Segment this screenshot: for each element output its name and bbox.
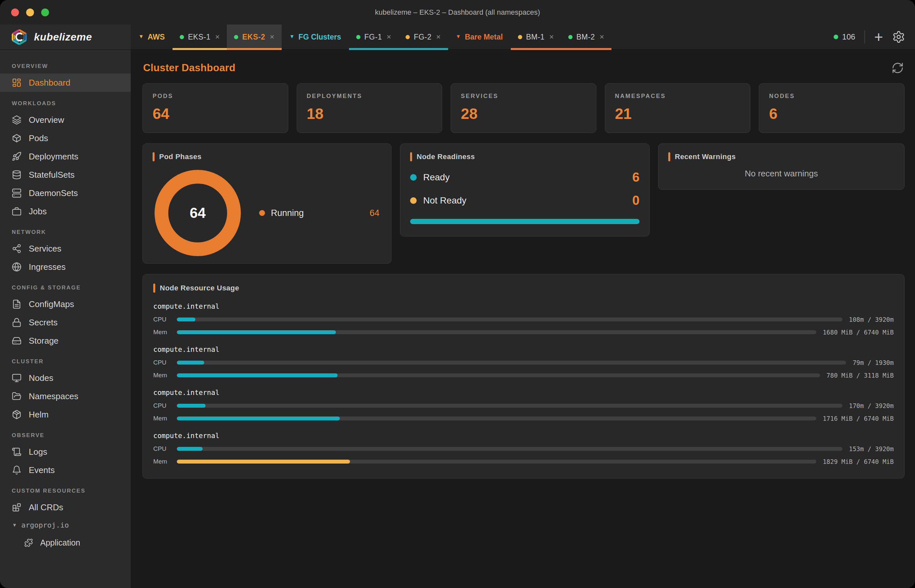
resource-label: CPU xyxy=(153,359,170,366)
sidebar-item-statefulsets[interactable]: StatefulSets xyxy=(0,166,131,184)
refresh-icon xyxy=(891,62,904,74)
cluster-status-dot xyxy=(180,35,184,39)
chevron-down-icon: ▼ xyxy=(289,34,295,40)
close-tab-icon[interactable]: × xyxy=(270,32,274,42)
tab-group-fg-clusters[interactable]: ▼ FG Clusters xyxy=(282,24,349,49)
tab-group-aws[interactable]: ▼ AWS xyxy=(131,24,173,49)
sidebar-item-dashboard[interactable]: Dashboard xyxy=(0,73,131,92)
resource-row-mem: Mem 780 MiB / 3118 MiB xyxy=(153,372,894,379)
status-dot xyxy=(410,197,417,204)
add-cluster-button[interactable]: + xyxy=(874,31,883,44)
tab-fg-1[interactable]: FG-1 × xyxy=(349,24,398,49)
resource-value: 79m / 1930m xyxy=(853,359,894,366)
sidebar-item-label: Nodes xyxy=(29,373,53,383)
sidebar-section-overview: OVERVIEW xyxy=(0,55,131,73)
page-title: Cluster Dashboard xyxy=(143,62,235,74)
tab-underline xyxy=(173,48,227,50)
lock-icon xyxy=(12,318,21,327)
traffic-lights xyxy=(11,0,49,24)
sidebar-item-deployments[interactable]: Deployments xyxy=(0,147,131,166)
settings-button[interactable] xyxy=(892,31,905,44)
sidebar-item-configmaps[interactable]: ConfigMaps xyxy=(0,295,131,313)
header-row: kubelizeme ▼ AWS EKS-1 × EKS-2 × ▼ FG Cl… xyxy=(0,24,915,50)
sidebar-item-logs[interactable]: Logs xyxy=(0,443,131,461)
stat-label: SERVICES xyxy=(461,93,586,100)
sidebar-item-label: Services xyxy=(29,244,61,254)
divider xyxy=(864,31,865,44)
sidebar-item-label: Helm xyxy=(29,410,49,420)
pod-phases-donut-chart: 64 xyxy=(155,170,241,256)
page-header: Cluster Dashboard xyxy=(143,62,904,74)
cluster-status-dot xyxy=(356,35,361,39)
sidebar-item-storage[interactable]: Storage xyxy=(0,331,131,350)
sidebar-item-nodes[interactable]: Nodes xyxy=(0,369,131,387)
sidebar-section-observe: OBSERVE xyxy=(0,424,131,443)
card-header: Node Readiness xyxy=(410,152,640,162)
brand-name: kubelizeme xyxy=(34,31,92,43)
brand: kubelizeme xyxy=(0,24,131,50)
resource-row-cpu: CPU 108m / 3920m xyxy=(153,316,894,323)
tab-bm-2[interactable]: BM-2 × xyxy=(561,24,611,49)
resource-value: 1716 MiB / 6740 MiB xyxy=(823,415,894,422)
resource-value: 780 MiB / 3118 MiB xyxy=(826,372,894,379)
sidebar-item-overview[interactable]: Overview xyxy=(0,111,131,129)
tab-underline xyxy=(561,48,611,50)
resource-row-mem: Mem 1716 MiB / 6740 MiB xyxy=(153,415,894,422)
sidebar-item-label: All CRDs xyxy=(29,502,63,512)
close-tab-icon[interactable]: × xyxy=(386,32,391,42)
tab-label: EKS-1 xyxy=(188,33,210,42)
card-title: Node Readiness xyxy=(417,153,475,161)
resource-label: Mem xyxy=(153,458,170,465)
stat-value: 18 xyxy=(307,105,432,123)
card-accent-bar xyxy=(668,152,670,162)
layers-icon xyxy=(12,115,21,125)
tab-eks-1[interactable]: EKS-1 × xyxy=(173,24,227,49)
close-tab-icon[interactable]: × xyxy=(436,32,441,42)
tab-bm-1[interactable]: BM-1 × xyxy=(511,24,561,49)
resource-row-cpu: CPU 79m / 1930m xyxy=(153,359,894,366)
node-resource-usage-card: Node Resource Usage compute.internal CPU… xyxy=(142,274,905,478)
close-tab-icon[interactable]: × xyxy=(549,32,554,42)
folder-icon xyxy=(12,391,21,401)
minimize-window-button[interactable] xyxy=(26,8,34,16)
sidebar-item-label: ConfigMaps xyxy=(29,299,74,309)
card-accent-bar xyxy=(153,152,155,162)
tab-underline xyxy=(349,48,398,50)
close-tab-icon[interactable]: × xyxy=(600,32,604,42)
tab-fg-2[interactable]: FG-2 × xyxy=(398,24,448,49)
resource-label: Mem xyxy=(153,415,170,422)
tab-group-bare-metal[interactable]: ▼ Bare Metal xyxy=(448,24,511,49)
tab-list: ▼ AWS EKS-1 × EKS-2 × ▼ FG Clusters FG-1 xyxy=(131,24,611,49)
sidebar-item-ingresses[interactable]: Ingresses xyxy=(0,258,131,276)
sidebar-item-secrets[interactable]: Secrets xyxy=(0,313,131,331)
readiness-progress-fill xyxy=(410,219,640,224)
resource-bar-track xyxy=(177,318,842,321)
tab-eks-2[interactable]: EKS-2 × xyxy=(227,24,281,49)
sidebar-item-label: Application xyxy=(40,538,80,548)
crd-group-argoproj-io[interactable]: ▼ argoproj.io xyxy=(0,517,131,533)
refresh-button[interactable] xyxy=(891,62,904,74)
tab-underline xyxy=(227,48,281,50)
legend-row-running: Running 64 xyxy=(259,208,379,218)
legend-dot xyxy=(259,210,265,216)
sidebar-item-pods[interactable]: Pods xyxy=(0,129,131,147)
card-header: Node Resource Usage xyxy=(153,284,894,293)
maximize-window-button[interactable] xyxy=(41,8,49,16)
close-window-button[interactable] xyxy=(11,8,19,16)
pod-phases-card: Pod Phases 64 Running 64 xyxy=(142,144,391,263)
node-readiness-rows: Ready 6 Not Ready 0 xyxy=(410,170,640,208)
sidebar-item-events[interactable]: Events xyxy=(0,461,131,479)
card-header: Recent Warnings xyxy=(668,152,894,162)
sidebar-section-custom-resources: CUSTOM RESOURCES xyxy=(0,479,131,498)
tab-label: FG-1 xyxy=(364,33,382,42)
sidebar-item-daemonsets[interactable]: DaemonSets xyxy=(0,184,131,202)
stat-card-deployments: DEPLOYMENTS 18 xyxy=(297,83,443,133)
sidebar-item-all-crds[interactable]: All CRDs xyxy=(0,498,131,517)
sidebar-item-label: Storage xyxy=(29,336,58,346)
sidebar-item-namespaces[interactable]: Namespaces xyxy=(0,387,131,405)
sidebar-item-helm[interactable]: Helm xyxy=(0,405,131,424)
sidebar-item-services[interactable]: Services xyxy=(0,239,131,258)
close-tab-icon[interactable]: × xyxy=(215,32,220,42)
sidebar-item-application[interactable]: Application xyxy=(0,533,131,552)
sidebar-item-jobs[interactable]: Jobs xyxy=(0,202,131,221)
